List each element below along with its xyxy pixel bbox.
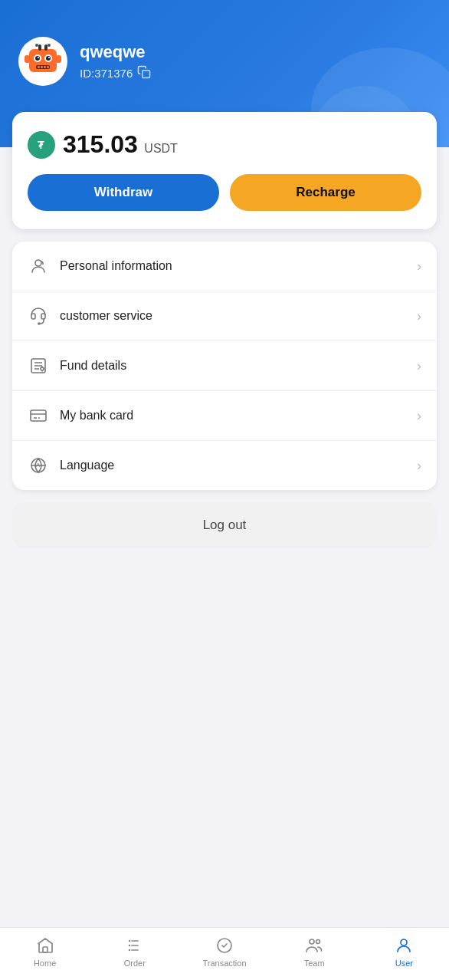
- nav-item-home[interactable]: Home: [22, 936, 68, 968]
- svg-rect-14: [44, 66, 46, 68]
- home-nav-label: Home: [34, 959, 56, 968]
- customer-service-label: customer service: [60, 309, 417, 323]
- transaction-nav-label: Transaction: [202, 959, 246, 968]
- fund-details-label: Fund details: [60, 359, 417, 373]
- fund-icon: [28, 355, 49, 377]
- svg-point-9: [38, 57, 39, 58]
- svg-text:₮: ₮: [38, 139, 44, 150]
- card-icon: [28, 405, 49, 426]
- team-icon: [304, 936, 324, 955]
- order-nav-label: Order: [124, 959, 146, 968]
- svg-point-8: [46, 56, 51, 61]
- team-nav-label: Team: [304, 959, 325, 968]
- user-id-row: ID:371376: [80, 65, 151, 81]
- menu-item-personal-information[interactable]: Personal information ›: [12, 242, 437, 291]
- svg-rect-33: [43, 947, 48, 952]
- menu-item-customer-service[interactable]: customer service ›: [12, 291, 437, 341]
- nav-item-team[interactable]: Team: [291, 936, 337, 968]
- tether-icon: ₮: [28, 131, 55, 159]
- logout-label: Log out: [203, 518, 247, 532]
- svg-point-42: [401, 939, 407, 945]
- withdraw-button[interactable]: Withdraw: [28, 174, 219, 211]
- svg-rect-4: [48, 44, 51, 47]
- logout-button[interactable]: Log out: [12, 502, 437, 548]
- person-icon: [28, 255, 49, 277]
- nav-item-user[interactable]: User: [381, 936, 427, 968]
- nav-item-order[interactable]: Order: [112, 936, 158, 968]
- svg-point-10: [48, 57, 50, 58]
- svg-point-20: [35, 260, 41, 266]
- svg-rect-13: [41, 66, 43, 68]
- svg-point-41: [316, 940, 320, 944]
- chevron-right-icon: ›: [417, 458, 421, 474]
- nav-item-transaction[interactable]: Transaction: [202, 936, 247, 968]
- headset-icon: [28, 305, 49, 327]
- balance-card: ₮ 315.03 USDT Withdraw Recharge: [12, 112, 437, 229]
- recharge-button[interactable]: Recharge: [230, 174, 421, 211]
- svg-rect-3: [35, 44, 38, 47]
- transaction-icon: [215, 936, 234, 955]
- chevron-right-icon: ›: [417, 308, 421, 324]
- bank-card-label: My bank card: [60, 409, 417, 423]
- balance-unit: USDT: [144, 142, 178, 155]
- svg-text:A: A: [36, 462, 41, 469]
- chevron-right-icon: ›: [417, 408, 421, 424]
- svg-rect-12: [38, 66, 40, 68]
- balance-amount: 315.03: [63, 130, 138, 158]
- svg-rect-2: [44, 44, 48, 51]
- menu-item-language[interactable]: A Language ›: [12, 441, 437, 490]
- menu-item-bank-card[interactable]: My bank card ›: [12, 391, 437, 441]
- language-icon: A: [28, 455, 49, 476]
- svg-point-21: [38, 323, 40, 324]
- bottom-nav: Home Order Transaction: [0, 927, 449, 980]
- user-nav-icon: [394, 936, 414, 955]
- chevron-right-icon: ›: [417, 258, 421, 275]
- username: qweqwe: [80, 42, 151, 62]
- svg-rect-27: [31, 410, 46, 421]
- avatar: [18, 37, 67, 86]
- chevron-right-icon: ›: [417, 358, 421, 374]
- svg-rect-16: [25, 55, 30, 63]
- copy-icon[interactable]: [137, 65, 151, 81]
- user-nav-label: User: [395, 959, 413, 968]
- svg-point-7: [35, 56, 40, 61]
- svg-rect-1: [38, 44, 41, 51]
- menu-card: Personal information › customer service …: [12, 242, 437, 490]
- order-icon: [125, 936, 145, 955]
- menu-item-fund-details[interactable]: Fund details ›: [12, 341, 437, 391]
- user-id-text: ID:371376: [80, 67, 133, 80]
- svg-rect-15: [47, 66, 49, 68]
- home-icon: [35, 936, 55, 955]
- language-label: Language: [60, 459, 417, 472]
- svg-rect-17: [56, 55, 61, 63]
- svg-point-40: [310, 939, 314, 944]
- svg-rect-18: [143, 70, 150, 77]
- personal-information-label: Personal information: [60, 259, 417, 273]
